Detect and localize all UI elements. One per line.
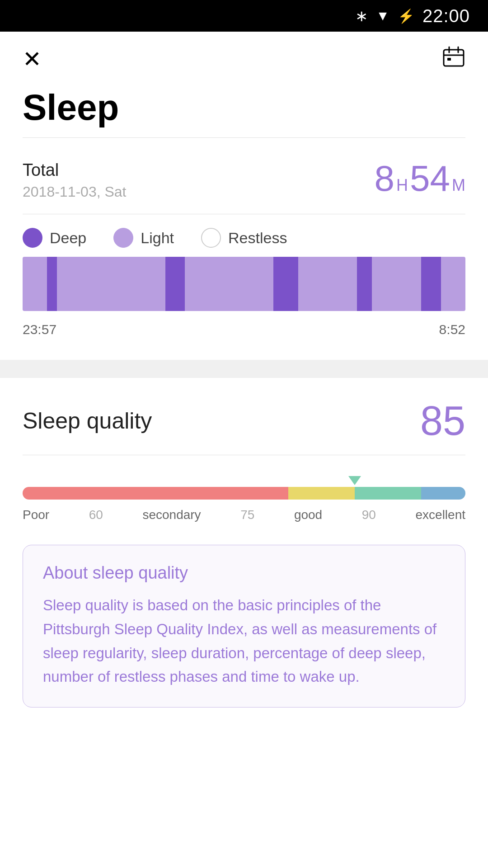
close-icon[interactable]: ✕ xyxy=(23,48,42,71)
quality-bar-container: Poor 60 secondary 75 good 90 excellent xyxy=(23,487,465,522)
info-card-text: Sleep quality is based on the basic prin… xyxy=(43,594,445,689)
hours-value: 8 xyxy=(375,160,395,197)
calendar-icon[interactable] xyxy=(442,45,465,73)
battery-icon: ⚡ xyxy=(398,8,414,24)
chart-times: 23:57 8:52 xyxy=(0,316,488,337)
minutes-value: 54 xyxy=(410,160,450,197)
quality-divider xyxy=(23,455,465,455)
label-good: good xyxy=(294,508,322,522)
deep-label: Deep xyxy=(50,229,86,247)
section-separator xyxy=(0,360,488,378)
svg-rect-4 xyxy=(447,58,451,61)
status-time: 22:00 xyxy=(422,6,470,26)
page-title: Sleep xyxy=(0,82,488,137)
quality-section: Sleep quality 85 xyxy=(0,378,488,469)
deep-dot xyxy=(23,228,42,248)
svg-rect-0 xyxy=(444,50,464,66)
minutes-unit: M xyxy=(452,176,465,195)
info-card-title: About sleep quality xyxy=(43,563,445,583)
quality-label: Sleep quality xyxy=(23,408,152,434)
total-label: Total xyxy=(23,160,127,180)
bar-poor xyxy=(23,487,288,500)
light-label: Light xyxy=(141,229,174,247)
total-info: Total 2018-11-03, Sat xyxy=(23,160,127,200)
chart-start-time: 23:57 xyxy=(23,322,56,337)
quality-header: Sleep quality 85 xyxy=(23,401,465,441)
bar-good xyxy=(355,487,421,500)
total-duration: 8 H 54 M xyxy=(375,160,465,197)
label-75: 75 xyxy=(240,508,254,522)
sleep-chart xyxy=(0,257,488,311)
total-date: 2018-11-03, Sat xyxy=(23,184,127,200)
sleep-bar xyxy=(23,257,465,311)
light-dot xyxy=(113,228,133,248)
hours-unit: H xyxy=(396,176,408,195)
label-secondary: secondary xyxy=(142,508,201,522)
bar-secondary xyxy=(288,487,355,500)
label-60: 60 xyxy=(89,508,103,522)
info-card: About sleep quality Sleep quality is bas… xyxy=(23,545,465,708)
quality-indicator xyxy=(348,476,361,485)
status-bar: ∗ ▼ ⚡ 22:00 xyxy=(0,0,488,32)
chart-end-time: 8:52 xyxy=(439,322,465,337)
legend-restless: Restless xyxy=(201,228,287,248)
status-icons: ∗ ▼ ⚡ 22:00 xyxy=(355,6,470,26)
label-90: 90 xyxy=(362,508,376,522)
sleep-legend: Deep Light Restless xyxy=(0,214,488,257)
restless-label: Restless xyxy=(228,229,287,247)
bluetooth-icon: ∗ xyxy=(355,7,368,25)
bar-excellent xyxy=(421,487,465,500)
label-poor: Poor xyxy=(23,508,49,522)
total-section: Total 2018-11-03, Sat 8 H 54 M xyxy=(0,138,488,214)
wifi-icon: ▼ xyxy=(376,8,389,24)
header: ✕ xyxy=(0,32,488,82)
quality-score: 85 xyxy=(420,401,465,441)
label-excellent: excellent xyxy=(415,508,465,522)
quality-labels: Poor 60 secondary 75 good 90 excellent xyxy=(23,508,465,522)
quality-bar xyxy=(23,487,465,500)
legend-light: Light xyxy=(113,228,174,248)
legend-deep: Deep xyxy=(23,228,86,248)
restless-dot xyxy=(201,228,221,248)
